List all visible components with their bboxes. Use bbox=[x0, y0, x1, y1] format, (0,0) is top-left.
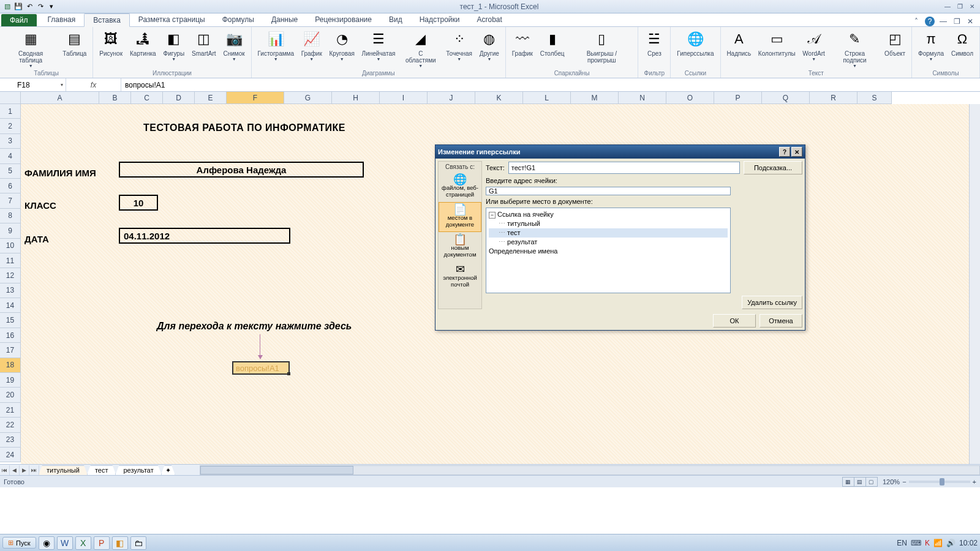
vertical-scrollbar[interactable] bbox=[969, 104, 980, 464]
horizontal-scrollbar[interactable] bbox=[200, 465, 980, 475]
formula-input[interactable]: вопросы!A1 bbox=[121, 78, 980, 91]
row-header[interactable]: 20 bbox=[0, 388, 21, 402]
dialog-side-item[interactable]: 📄местом в документе bbox=[439, 202, 481, 232]
input-date[interactable]: 04.11.2012 bbox=[119, 228, 290, 244]
tree-expand-icon[interactable]: − bbox=[489, 212, 496, 219]
ribbon-tab[interactable]: Данные bbox=[263, 13, 306, 26]
column-header[interactable]: L bbox=[523, 92, 571, 104]
zoom-slider[interactable] bbox=[909, 481, 970, 483]
ribbon-button[interactable]: ✎Строка подписи▼ bbox=[830, 28, 880, 69]
sheet-tab[interactable]: результат bbox=[115, 465, 161, 475]
ribbon-button[interactable]: 🏞Картинка bbox=[127, 28, 159, 58]
column-header[interactable]: M bbox=[571, 92, 619, 104]
row-header[interactable]: 13 bbox=[0, 283, 21, 298]
column-header[interactable]: S bbox=[858, 92, 892, 104]
view-pagebreak-icon[interactable]: ▢ bbox=[865, 477, 878, 487]
undo-icon[interactable]: ↶ bbox=[24, 2, 34, 12]
ribbon-button[interactable]: ▦Сводная таблица▼ bbox=[4, 28, 58, 69]
row-header[interactable]: 6 bbox=[0, 179, 21, 193]
ribbon-button[interactable]: ◢С областями▼ bbox=[400, 28, 441, 69]
doc-close-icon[interactable]: ✕ bbox=[965, 17, 975, 26]
column-header[interactable]: N bbox=[619, 92, 666, 104]
row-header[interactable]: 12 bbox=[0, 268, 21, 283]
ribbon-tab[interactable]: Формулы bbox=[214, 13, 263, 26]
column-header[interactable]: Q bbox=[762, 92, 810, 104]
sheet-tab[interactable]: титульный bbox=[39, 465, 88, 475]
zoom-in-icon[interactable]: + bbox=[973, 478, 976, 485]
view-layout-icon[interactable]: ▤ bbox=[854, 477, 866, 487]
sheet-nav-last-icon[interactable]: ⏭ bbox=[29, 465, 39, 475]
ribbon-button[interactable]: ▮Столбец bbox=[538, 28, 567, 58]
row-header[interactable]: 23 bbox=[0, 433, 21, 448]
row-header[interactable]: 9 bbox=[0, 223, 21, 238]
row-header[interactable]: 24 bbox=[0, 448, 21, 462]
tree-node[interactable]: Определенные имена bbox=[489, 247, 728, 255]
column-header[interactable]: B bbox=[99, 92, 131, 104]
ribbon-button[interactable]: ◧Фигуры▼ bbox=[161, 28, 187, 62]
column-header[interactable]: D bbox=[163, 92, 195, 104]
tree-node[interactable]: −Ссылка на ячейку bbox=[489, 210, 728, 219]
tree-node[interactable]: ⋯ результат bbox=[489, 238, 728, 247]
column-header[interactable]: O bbox=[666, 92, 714, 104]
taskbar-explorer-icon[interactable]: 🗀 bbox=[130, 536, 146, 550]
column-header[interactable]: K bbox=[475, 92, 523, 104]
row-header[interactable]: 4 bbox=[0, 149, 21, 163]
ribbon-tab[interactable]: Разметка страницы bbox=[130, 13, 214, 26]
ribbon-button[interactable]: ▤Таблица bbox=[60, 28, 89, 58]
column-header[interactable]: F bbox=[227, 92, 284, 104]
ribbon-button[interactable]: 〰График bbox=[510, 28, 535, 58]
dialog-side-item[interactable]: ✉электронной почтой bbox=[439, 262, 481, 292]
row-header[interactable]: 19 bbox=[0, 373, 21, 388]
restore-icon[interactable]: ❐ bbox=[954, 2, 965, 11]
ribbon-tab[interactable]: Главная bbox=[39, 13, 85, 26]
column-header[interactable]: A bbox=[21, 92, 99, 104]
language-indicator[interactable]: EN bbox=[897, 539, 907, 547]
ribbon-button[interactable]: ΩСимвол bbox=[949, 28, 976, 58]
column-header[interactable]: P bbox=[714, 92, 762, 104]
row-header[interactable]: 21 bbox=[0, 403, 21, 418]
column-header[interactable]: H bbox=[332, 92, 380, 104]
new-sheet-icon[interactable]: ✦ bbox=[161, 465, 175, 475]
ribbon-button[interactable]: 𝒜WordArt▼ bbox=[800, 28, 827, 62]
column-header[interactable]: C bbox=[131, 92, 163, 104]
row-header[interactable]: 18 bbox=[0, 358, 21, 373]
row-header[interactable]: 7 bbox=[0, 193, 21, 208]
row-header[interactable]: 17 bbox=[0, 343, 21, 358]
sheet-nav-first-icon[interactable]: ⏮ bbox=[0, 465, 10, 475]
close-icon[interactable]: ✕ bbox=[967, 2, 978, 11]
row-header[interactable]: 22 bbox=[0, 418, 21, 432]
ribbon-button[interactable]: ☰Линейчатая▼ bbox=[360, 28, 398, 62]
tray-volume-icon[interactable]: 🔊 bbox=[946, 539, 956, 547]
address-input[interactable] bbox=[486, 187, 731, 195]
column-header[interactable]: G bbox=[284, 92, 332, 104]
start-button[interactable]: ⊞ Пуск bbox=[2, 537, 36, 549]
doc-restore-icon[interactable]: ❐ bbox=[952, 17, 962, 26]
dialog-titlebar[interactable]: Изменение гиперссылки ? ✕ bbox=[435, 145, 805, 159]
zoom-value[interactable]: 120% bbox=[883, 478, 900, 485]
tray-network-icon[interactable]: 📶 bbox=[933, 539, 943, 547]
sheet-nav-prev-icon[interactable]: ◀ bbox=[10, 465, 20, 475]
ribbon-button[interactable]: ◍Другие▼ bbox=[477, 28, 502, 62]
row-header[interactable]: 1 bbox=[0, 104, 21, 119]
taskbar-word-icon[interactable]: W bbox=[57, 536, 73, 550]
dialog-close-icon[interactable]: ✕ bbox=[791, 147, 802, 157]
qat-dropdown-icon[interactable]: ▾ bbox=[47, 2, 56, 12]
ribbon-button[interactable]: 🖼Рисунок bbox=[97, 28, 125, 58]
ribbon-button[interactable]: ▭Колонтитулы bbox=[756, 28, 797, 58]
row-header[interactable]: 14 bbox=[0, 298, 21, 313]
ribbon-button[interactable]: ◔Круговая▼ bbox=[327, 28, 357, 62]
selected-cell[interactable]: вопросы!A1 bbox=[232, 361, 290, 375]
input-class[interactable]: 10 bbox=[119, 195, 158, 211]
taskbar-chrome-icon[interactable]: ◉ bbox=[39, 536, 55, 550]
tree-node[interactable]: ⋯ тест bbox=[489, 228, 728, 238]
row-header[interactable]: 11 bbox=[0, 253, 21, 268]
taskbar-excel-icon[interactable]: X bbox=[75, 536, 91, 550]
row-header[interactable]: 15 bbox=[0, 313, 21, 328]
name-box[interactable]: F18 bbox=[0, 78, 66, 91]
column-header[interactable]: E bbox=[195, 92, 227, 104]
row-header[interactable]: 10 bbox=[0, 239, 21, 253]
input-name[interactable]: Алферова Надежда bbox=[119, 162, 364, 178]
text-input[interactable] bbox=[508, 162, 740, 174]
ribbon-tab[interactable]: Надстройки bbox=[411, 13, 469, 26]
save-icon[interactable]: 💾 bbox=[13, 2, 23, 12]
